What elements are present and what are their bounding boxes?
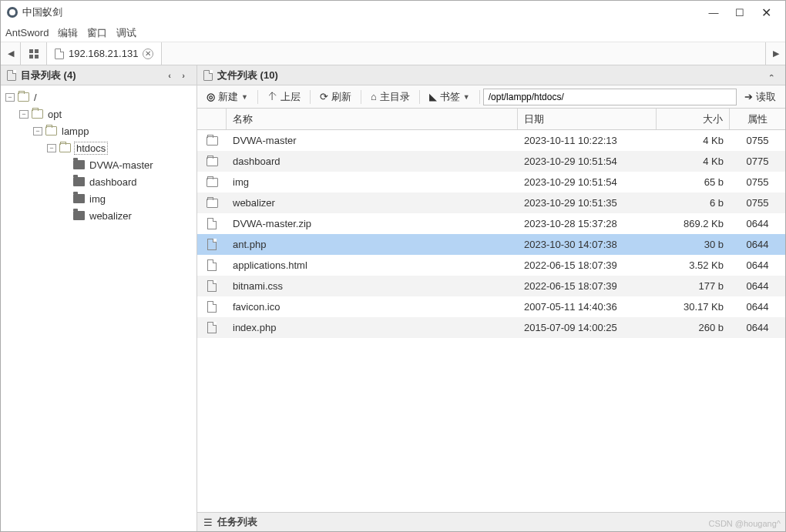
refresh-icon: ⟳ xyxy=(320,91,328,102)
up-button[interactable]: 🡡 上层 xyxy=(261,88,307,106)
panel-collapse-up[interactable]: ‹ xyxy=(765,69,779,82)
file-row[interactable]: bitnami.css2022-06-15 18:07:39177 b0644 xyxy=(197,276,785,296)
file-row[interactable]: dashboard2023-10-29 10:51:544 Kb0775 xyxy=(197,151,785,172)
file-icon xyxy=(207,322,217,333)
task-list-header[interactable]: ☰ 任务列表 xyxy=(197,512,785,531)
maximize-button[interactable]: ☐ xyxy=(727,1,753,24)
tree-toggle-icon[interactable]: − xyxy=(19,110,29,119)
file-icon xyxy=(207,239,217,250)
menu-item[interactable]: AntSword xyxy=(5,27,49,38)
close-button[interactable]: ✕ xyxy=(753,1,779,24)
tab-scroll-left[interactable]: ◀ xyxy=(1,42,21,65)
directory-tree[interactable]: −/−opt−lampp−htdocsDVWA-masterdashboardi… xyxy=(1,85,196,531)
col-date[interactable]: 日期 xyxy=(518,109,657,129)
folder-icon xyxy=(32,109,43,119)
tree-node[interactable]: DVWA-master xyxy=(1,156,196,173)
tree-node-label: DVWA-master xyxy=(88,159,155,171)
cell-date: 2022-06-15 18:07:39 xyxy=(518,259,657,271)
cell-name: applications.html xyxy=(227,259,518,271)
document-icon xyxy=(203,70,213,81)
cell-name: img xyxy=(227,176,518,188)
cell-size: 65 b xyxy=(657,176,730,188)
cell-date: 2023-10-29 10:51:54 xyxy=(518,156,657,167)
panel-collapse-right[interactable]: › xyxy=(176,69,190,82)
tree-node[interactable]: img xyxy=(1,190,196,207)
file-icon xyxy=(207,259,217,271)
plus-icon: ◎ xyxy=(207,91,215,102)
tree-node[interactable]: −/ xyxy=(1,89,196,105)
tree-toggle-icon[interactable]: − xyxy=(47,144,56,152)
cell-date: 2007-05-11 14:40:36 xyxy=(518,301,657,313)
cell-date: 2023-10-29 10:51:35 xyxy=(518,197,657,209)
bookmark-button[interactable]: ◣ 书签 ▼ xyxy=(423,88,476,106)
new-button[interactable]: ◎ 新建 ▼ xyxy=(200,88,254,106)
file-icon xyxy=(207,218,217,229)
folder-icon xyxy=(207,157,218,166)
cell-date: 2023-10-11 10:22:13 xyxy=(518,135,657,146)
file-row[interactable]: ant.php2023-10-30 14:07:3830 b0644 xyxy=(197,234,785,255)
watermark: CSDN @hougang^ xyxy=(709,519,781,528)
cell-attr: 0644 xyxy=(730,218,785,229)
title-bar: 中国蚁剑 — ☐ ✕ xyxy=(1,1,785,24)
file-row[interactable]: favicon.ico2007-05-11 14:40:3630.17 Kb06… xyxy=(197,296,785,317)
folder-icon xyxy=(18,92,29,102)
tree-node[interactable]: −opt xyxy=(1,105,196,122)
menu-item[interactable]: 调试 xyxy=(116,26,136,40)
col-attr[interactable]: 属性 xyxy=(730,109,785,129)
cell-size: 260 b xyxy=(657,322,730,333)
folder-icon xyxy=(73,194,85,203)
path-input[interactable] xyxy=(483,89,737,105)
refresh-button[interactable]: ⟳ 刷新 xyxy=(314,88,358,106)
tab-home[interactable] xyxy=(21,42,47,65)
folder-icon xyxy=(73,160,85,169)
panel-collapse-left[interactable]: ‹ xyxy=(163,69,176,82)
cell-name: index.php xyxy=(227,322,518,333)
tree-toggle-icon[interactable]: − xyxy=(33,127,42,136)
sidebar-header: 目录列表 (4) ‹ › xyxy=(1,65,196,85)
tree-toggle-icon[interactable]: − xyxy=(5,93,15,102)
tree-toggle-icon xyxy=(61,178,70,186)
file-row[interactable]: webalizer2023-10-29 10:51:356 b0755 xyxy=(197,192,785,213)
file-list[interactable]: DVWA-master2023-10-11 10:22:134 Kb0755da… xyxy=(197,130,785,512)
tab-scroll-right[interactable]: ▶ xyxy=(765,42,785,65)
file-icon xyxy=(207,301,217,313)
file-row[interactable]: DVWA-master.zip2023-10-28 15:37:28869.2 … xyxy=(197,213,785,234)
read-button[interactable]: ➔ 读取 xyxy=(738,88,782,106)
cell-attr: 0644 xyxy=(730,239,785,250)
sidebar-title: 目录列表 (4) xyxy=(21,69,76,82)
tab-close-icon[interactable]: ✕ xyxy=(143,49,153,59)
app-logo-icon xyxy=(7,7,18,18)
cell-attr: 0644 xyxy=(730,259,785,271)
tree-node[interactable]: −lampp xyxy=(1,122,196,139)
cell-attr: 0644 xyxy=(730,301,785,313)
folder-icon xyxy=(73,177,85,186)
cell-name: favicon.ico xyxy=(227,301,518,313)
home-button[interactable]: ⌂ 主目录 xyxy=(364,88,416,106)
cell-name: bitnami.css xyxy=(227,280,518,292)
file-icon xyxy=(207,280,217,292)
col-size[interactable]: 大小 xyxy=(657,109,730,129)
folder-icon xyxy=(207,199,218,208)
file-row[interactable]: index.php2015-07-09 14:00:25260 b0644 xyxy=(197,317,785,338)
cell-size: 4 Kb xyxy=(657,156,730,167)
tree-node[interactable]: −htdocs xyxy=(1,139,196,156)
document-icon xyxy=(55,49,64,59)
col-icon[interactable] xyxy=(197,109,227,129)
cell-date: 2022-06-15 18:07:39 xyxy=(518,280,657,292)
cell-attr: 0775 xyxy=(730,156,785,167)
minimize-button[interactable]: — xyxy=(700,1,727,24)
bookmark-icon: ◣ xyxy=(429,91,437,102)
tree-node[interactable]: webalizer xyxy=(1,207,196,224)
file-row[interactable]: img2023-10-29 10:51:5465 b0755 xyxy=(197,172,785,192)
tree-node[interactable]: dashboard xyxy=(1,173,196,190)
tree-toggle-icon xyxy=(61,195,70,203)
menu-item[interactable]: 窗口 xyxy=(87,26,107,40)
tree-toggle-icon xyxy=(61,212,70,220)
tree-node-label: htdocs xyxy=(74,142,108,155)
menu-item[interactable]: 编辑 xyxy=(58,26,78,40)
col-name[interactable]: 名称 xyxy=(227,109,518,129)
file-row[interactable]: DVWA-master2023-10-11 10:22:134 Kb0755 xyxy=(197,130,785,151)
tab-host[interactable]: 192.168.21.131 ✕ xyxy=(47,42,162,65)
file-row[interactable]: applications.html2022-06-15 18:07:393.52… xyxy=(197,255,785,276)
document-icon xyxy=(7,70,16,81)
